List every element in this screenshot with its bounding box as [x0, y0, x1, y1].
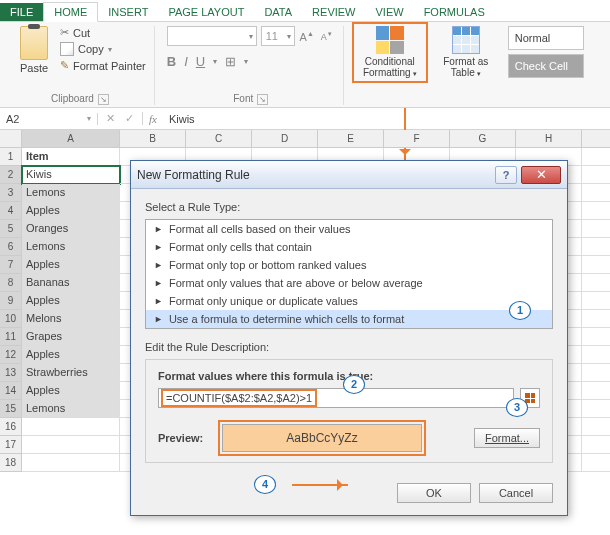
row-header[interactable]: 5 [0, 220, 22, 238]
col-header-B[interactable]: B [120, 130, 186, 148]
cell[interactable]: Apples [22, 202, 120, 220]
cell[interactable] [582, 166, 610, 184]
col-header-H[interactable]: H [516, 130, 582, 148]
conditional-formatting-button[interactable]: Conditional Formatting [356, 26, 424, 79]
cell[interactable]: Apples [22, 292, 120, 310]
dialog-help-button[interactable]: ? [495, 166, 517, 184]
paste-button[interactable]: Paste [14, 26, 54, 74]
col-header-E[interactable]: E [318, 130, 384, 148]
rule-type-list[interactable]: ►Format all cells based on their values►… [145, 219, 553, 329]
row-header[interactable]: 6 [0, 238, 22, 256]
cell[interactable] [582, 220, 610, 238]
cell[interactable]: Strawberries [22, 364, 120, 382]
ok-button[interactable]: OK [397, 483, 471, 503]
rule-type-item[interactable]: ►Format only top or bottom ranked values [146, 256, 552, 274]
cell[interactable]: Lemons [22, 238, 120, 256]
col-header-C[interactable]: C [186, 130, 252, 148]
cell[interactable]: Kiwis [22, 166, 120, 184]
cut-button[interactable]: ✂Cut [60, 26, 146, 39]
font-launcher-icon[interactable]: ↘ [257, 94, 268, 105]
cell[interactable]: Lemons [22, 184, 120, 202]
tab-data[interactable]: DATA [254, 3, 302, 21]
cell[interactable] [582, 292, 610, 310]
row-header[interactable]: 17 [0, 436, 22, 454]
rule-type-item[interactable]: ►Format only values that are above or be… [146, 274, 552, 292]
cell[interactable] [582, 364, 610, 382]
cell[interactable] [22, 436, 120, 454]
row-header[interactable]: 14 [0, 382, 22, 400]
format-painter-button[interactable]: ✎Format Painter [60, 59, 146, 72]
cell[interactable]: Lemons [22, 400, 120, 418]
cell-style-check[interactable]: Check Cell [508, 54, 584, 78]
row-header[interactable]: 4 [0, 202, 22, 220]
cell[interactable] [582, 202, 610, 220]
rule-type-item[interactable]: ►Format all cells based on their values [146, 220, 552, 238]
formula-bar-input[interactable]: Kiwis [163, 113, 610, 125]
tab-review[interactable]: REVIEW [302, 3, 365, 21]
cell-style-normal[interactable]: Normal [508, 26, 584, 50]
col-header-F[interactable]: F [384, 130, 450, 148]
fx-icon[interactable]: fx [143, 113, 163, 125]
cell[interactable] [582, 454, 610, 472]
col-header-A[interactable]: A [22, 130, 120, 148]
italic-button[interactable]: I [184, 54, 188, 69]
row-header[interactable]: 16 [0, 418, 22, 436]
cell[interactable] [22, 454, 120, 472]
cell[interactable]: Oranges [22, 220, 120, 238]
cell[interactable]: Item [22, 148, 120, 166]
col-header-D[interactable]: D [252, 130, 318, 148]
cell[interactable] [22, 418, 120, 436]
font-increase-button[interactable]: A▲ [299, 30, 315, 43]
cell[interactable] [582, 418, 610, 436]
cell[interactable]: Bananas [22, 274, 120, 292]
cell[interactable] [582, 310, 610, 328]
font-name-select[interactable] [167, 26, 257, 46]
cell[interactable]: Grapes [22, 328, 120, 346]
row-header[interactable]: 9 [0, 292, 22, 310]
row-header[interactable]: 2 [0, 166, 22, 184]
col-header-G[interactable]: G [450, 130, 516, 148]
tab-view[interactable]: VIEW [366, 3, 414, 21]
dialog-close-button[interactable]: ✕ [521, 166, 561, 184]
copy-button[interactable]: Copy ▾ [60, 42, 146, 56]
row-header[interactable]: 13 [0, 364, 22, 382]
cancel-button[interactable]: Cancel [479, 483, 553, 503]
row-header[interactable]: 12 [0, 346, 22, 364]
cell[interactable] [582, 400, 610, 418]
cell[interactable] [582, 238, 610, 256]
rule-type-item[interactable]: ►Use a formula to determine which cells … [146, 310, 552, 328]
underline-button[interactable]: U [196, 54, 205, 69]
row-header[interactable]: 1 [0, 148, 22, 166]
clipboard-launcher-icon[interactable]: ↘ [98, 94, 109, 105]
cell[interactable]: Melons [22, 310, 120, 328]
bold-button[interactable]: B [167, 54, 176, 69]
row-header[interactable]: 8 [0, 274, 22, 292]
cell[interactable] [582, 436, 610, 454]
select-all-corner[interactable] [0, 130, 22, 148]
rule-type-item[interactable]: ►Format only cells that contain [146, 238, 552, 256]
row-header[interactable]: 10 [0, 310, 22, 328]
col-header-I[interactable]: I [582, 130, 610, 148]
row-header[interactable]: 7 [0, 256, 22, 274]
cell[interactable] [582, 274, 610, 292]
tab-file[interactable]: FILE [0, 3, 43, 21]
cell[interactable] [582, 346, 610, 364]
tab-formulas[interactable]: FORMULAS [414, 3, 495, 21]
enter-formula-icon[interactable]: ✓ [125, 112, 134, 125]
row-header[interactable]: 18 [0, 454, 22, 472]
cell[interactable] [582, 148, 610, 166]
cell[interactable]: Apples [22, 256, 120, 274]
cancel-formula-icon[interactable]: ✕ [106, 112, 115, 125]
format-as-table-button[interactable]: Format as Table [432, 26, 500, 79]
row-header[interactable]: 3 [0, 184, 22, 202]
cell[interactable]: Apples [22, 346, 120, 364]
cell[interactable]: Apples [22, 382, 120, 400]
formula-input[interactable]: =COUNTIF($A$2:$A2,$A2)>1 [158, 388, 514, 408]
cell[interactable] [582, 184, 610, 202]
font-size-select[interactable]: 11 [261, 26, 295, 46]
cell[interactable] [582, 328, 610, 346]
tab-home[interactable]: HOME [43, 2, 98, 22]
tab-pagelayout[interactable]: PAGE LAYOUT [158, 3, 254, 21]
row-header[interactable]: 15 [0, 400, 22, 418]
format-button[interactable]: Format... [474, 428, 540, 448]
